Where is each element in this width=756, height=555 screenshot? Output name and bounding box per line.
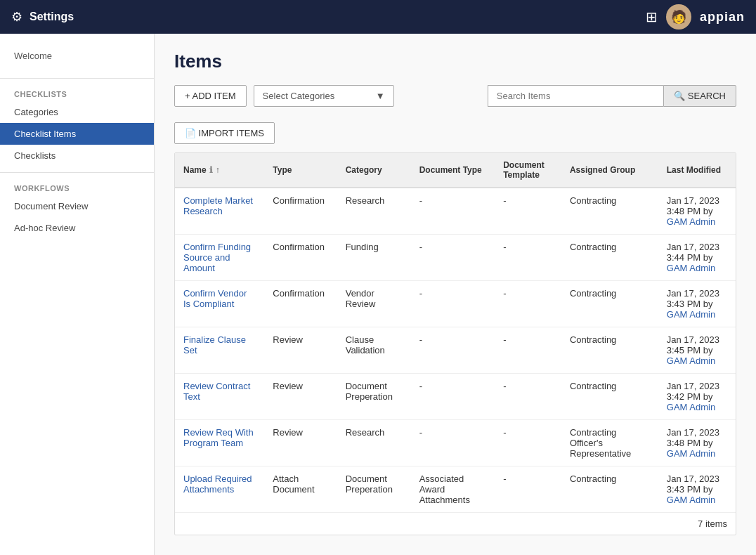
gam-admin-link[interactable]: GAM Admin <box>667 355 715 366</box>
cell-name: Confirm Funding Source and Amount <box>175 235 264 281</box>
table-header-row: Name ℹ ↑ Type Category Document Type Doc… <box>175 153 736 188</box>
import-items-button[interactable]: 📄 IMPORT ITEMS <box>174 122 275 144</box>
cell-assigned-group: Contracting <box>561 466 658 513</box>
search-icon: 🔍 <box>674 91 685 101</box>
cell-name: Finalize Clause Set <box>175 327 264 374</box>
cell-doc-type: - <box>411 235 495 281</box>
cell-assigned-group: Contracting <box>561 235 658 281</box>
cell-last-modified: Jan 17, 2023 3:48 PM by GAM Admin <box>658 188 736 235</box>
toolbar-row1: + ADD ITEM Select Categories ▼ 🔍 SEARCH <box>174 85 736 107</box>
cell-type: Confirmation <box>264 281 337 327</box>
col-assigned-group: Assigned Group <box>561 153 658 188</box>
appian-logo: appian <box>700 10 745 25</box>
cell-category: Funding <box>337 235 411 281</box>
col-name: Name ℹ ↑ <box>175 153 264 188</box>
cell-doc-type: - <box>411 420 495 466</box>
sidebar-item-checklists[interactable]: Checklists <box>0 145 154 166</box>
add-item-button[interactable]: + ADD ITEM <box>174 85 247 107</box>
cell-type: Confirmation <box>264 188 337 235</box>
cell-doc-template: - <box>495 374 561 420</box>
sidebar-item-document-review[interactable]: Document Review <box>0 195 154 217</box>
avatar[interactable]: 🧑 <box>666 4 691 30</box>
cell-doc-template: - <box>495 420 561 466</box>
item-name-link[interactable]: Upload Required Attachments <box>183 474 252 495</box>
categories-dropdown[interactable]: Select Categories ▼ <box>254 85 394 107</box>
table-row: Review Req With Program Team Review Rese… <box>175 420 736 466</box>
items-count: 7 items <box>175 512 736 535</box>
gam-admin-link[interactable]: GAM Admin <box>667 448 715 459</box>
cell-category: Vendor Review <box>337 281 411 327</box>
dropdown-chevron-icon: ▼ <box>376 91 385 101</box>
cell-last-modified: Jan 17, 2023 3:45 PM by GAM Admin <box>658 327 736 374</box>
item-name-link[interactable]: Review Contract Text <box>183 381 250 402</box>
grid-icon[interactable]: ⊞ <box>646 8 658 25</box>
layout: Welcome CHECKLISTS Categories Checklist … <box>0 34 756 555</box>
cell-last-modified: Jan 17, 2023 3:43 PM by GAM Admin <box>658 466 736 513</box>
cell-doc-type: Associated Award Attachments <box>411 466 495 513</box>
top-nav: ⚙ Settings ⊞ 🧑 appian <box>0 0 756 34</box>
cell-doc-template: - <box>495 188 561 235</box>
main-content: Items + ADD ITEM Select Categories ▼ 🔍 S… <box>155 34 756 555</box>
search-button-label: SEARCH <box>688 91 726 101</box>
sidebar-item-categories[interactable]: Categories <box>0 101 154 123</box>
cell-name: Review Req With Program Team <box>175 420 264 466</box>
cell-last-modified: Jan 17, 2023 3:44 PM by GAM Admin <box>658 235 736 281</box>
table-row: Complete Market Research Confirmation Re… <box>175 188 736 235</box>
table-row: Finalize Clause Set Review Clause Valida… <box>175 327 736 374</box>
sidebar-section-checklists: CHECKLISTS <box>0 84 154 101</box>
items-table: Name ℹ ↑ Type Category Document Type Doc… <box>175 153 736 512</box>
gam-admin-link[interactable]: GAM Admin <box>667 402 715 412</box>
gam-admin-link[interactable]: GAM Admin <box>667 216 715 227</box>
sidebar-welcome: Welcome <box>0 45 154 72</box>
cell-name: Confirm Vendor Is Compliant <box>175 281 264 327</box>
cell-doc-type: - <box>411 374 495 420</box>
gam-admin-link[interactable]: GAM Admin <box>667 263 715 273</box>
cell-doc-type: - <box>411 188 495 235</box>
cell-assigned-group: Contracting <box>561 188 658 235</box>
cell-last-modified: Jan 17, 2023 3:48 PM by GAM Admin <box>658 420 736 466</box>
search-button[interactable]: 🔍 SEARCH <box>663 85 736 107</box>
table-row: Upload Required Attachments Attach Docum… <box>175 466 736 513</box>
info-icon: ℹ <box>209 165 213 175</box>
gam-admin-link[interactable]: GAM Admin <box>667 309 715 320</box>
sidebar-item-checklist-items[interactable]: Checklist Items <box>0 123 154 145</box>
categories-label: Select Categories <box>263 91 335 101</box>
cell-assigned-group: Contracting <box>561 327 658 374</box>
col-doc-template: Document Template <box>495 153 561 188</box>
item-name-link[interactable]: Confirm Vendor Is Compliant <box>183 288 247 309</box>
nav-left: ⚙ Settings <box>11 9 74 25</box>
items-table-container: Name ℹ ↑ Type Category Document Type Doc… <box>174 152 736 535</box>
col-type: Type <box>264 153 337 188</box>
sort-up-icon[interactable]: ↑ <box>216 165 220 175</box>
item-name-link[interactable]: Complete Market Research <box>183 195 253 216</box>
cell-type: Review <box>264 420 337 466</box>
gam-admin-link[interactable]: GAM Admin <box>667 495 715 505</box>
cell-doc-type: - <box>411 281 495 327</box>
sidebar-divider-2 <box>0 172 154 173</box>
cell-doc-template: - <box>495 235 561 281</box>
cell-doc-template: - <box>495 327 561 374</box>
item-name-link[interactable]: Confirm Funding Source and Amount <box>183 242 251 273</box>
cell-last-modified: Jan 17, 2023 3:42 PM by GAM Admin <box>658 374 736 420</box>
cell-type: Confirmation <box>264 235 337 281</box>
col-name-label: Name <box>183 165 207 175</box>
col-category: Category <box>337 153 411 188</box>
cell-type: Review <box>264 327 337 374</box>
sidebar-section-workflows: WORKFLOWS <box>0 178 154 195</box>
sidebar-item-ad-hoc-review[interactable]: Ad-hoc Review <box>0 217 154 239</box>
nav-right: ⊞ 🧑 appian <box>646 4 745 30</box>
cell-type: Attach Document <box>264 466 337 513</box>
page-title: Items <box>174 51 736 72</box>
item-name-link[interactable]: Finalize Clause Set <box>183 334 246 355</box>
sidebar: Welcome CHECKLISTS Categories Checklist … <box>0 34 155 555</box>
table-row: Confirm Funding Source and Amount Confir… <box>175 235 736 281</box>
cell-assigned-group: Contracting Officer's Representative <box>561 420 658 466</box>
col-doc-type: Document Type <box>411 153 495 188</box>
cell-category: Clause Validation <box>337 327 411 374</box>
item-name-link[interactable]: Review Req With Program Team <box>183 427 254 448</box>
table-row: Review Contract Text Review Document Pre… <box>175 374 736 420</box>
sidebar-divider-1 <box>0 78 154 79</box>
search-input[interactable] <box>488 85 663 107</box>
cell-category: Document Preperation <box>337 374 411 420</box>
col-last-modified: Last Modified <box>658 153 736 188</box>
